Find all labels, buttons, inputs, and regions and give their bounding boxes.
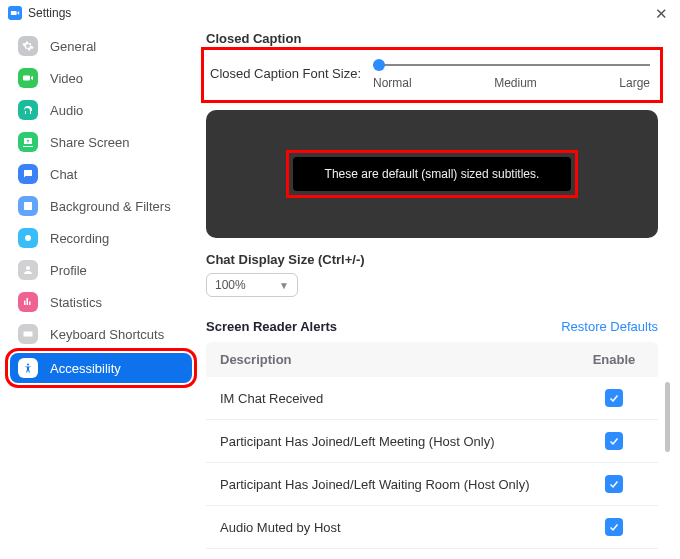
enable-checkbox[interactable]: [605, 518, 623, 536]
record-icon: [18, 228, 38, 248]
enable-checkbox[interactable]: [605, 475, 623, 493]
alert-label: Participant Has Joined/Left Waiting Room…: [220, 477, 584, 492]
sidebar-label: Background & Filters: [50, 199, 171, 214]
image-icon: [18, 196, 38, 216]
chat-size-select[interactable]: 100% ▼: [206, 273, 298, 297]
chat-display-size-section: Chat Display Size (Ctrl+/-) 100% ▼: [206, 252, 658, 297]
svg-point-0: [25, 235, 31, 241]
tick-normal: Normal: [373, 76, 412, 90]
sidebar-item-statistics[interactable]: Statistics: [10, 287, 192, 317]
caption-preview-text: These are default (small) sized subtitle…: [293, 157, 572, 191]
gear-icon: [18, 36, 38, 56]
sidebar-item-general[interactable]: General: [10, 31, 192, 61]
caption-slider-label: Closed Caption Font Size:: [210, 66, 361, 81]
svg-point-1: [26, 266, 30, 270]
sidebar-item-background[interactable]: Background & Filters: [10, 191, 192, 221]
sidebar-label: Audio: [50, 103, 83, 118]
sidebar-item-audio[interactable]: Audio: [10, 95, 192, 125]
content: Closed Caption Closed Caption Font Size:…: [196, 25, 680, 556]
video-icon: [18, 68, 38, 88]
alert-label: IM Chat Received: [220, 391, 584, 406]
accessibility-icon: [18, 358, 38, 378]
sidebar-item-profile[interactable]: Profile: [10, 255, 192, 285]
sidebar-item-share-screen[interactable]: Share Screen: [10, 127, 192, 157]
sidebar-label: Keyboard Shortcuts: [50, 327, 164, 342]
sidebar-item-chat[interactable]: Chat: [10, 159, 192, 189]
sidebar-label: Chat: [50, 167, 77, 182]
chat-size-title: Chat Display Size (Ctrl+/-): [206, 252, 658, 267]
slider-track: [373, 64, 650, 66]
enable-checkbox[interactable]: [605, 432, 623, 450]
headphones-icon: [18, 100, 38, 120]
table-row: Participant Has Joined/Left Meeting (Hos…: [206, 420, 658, 463]
sidebar-label: Recording: [50, 231, 109, 246]
window-title: Settings: [28, 6, 71, 20]
table-row: Participant Has Joined/Left Waiting Room…: [206, 463, 658, 506]
table-header: Description Enable: [206, 342, 658, 377]
sidebar-label: Profile: [50, 263, 87, 278]
sidebar-item-recording[interactable]: Recording: [10, 223, 192, 253]
sidebar-label: Share Screen: [50, 135, 130, 150]
user-icon: [18, 260, 38, 280]
alert-label: Participant Has Joined/Left Meeting (Hos…: [220, 434, 584, 449]
scrollbar-thumb[interactable]: [665, 382, 670, 452]
col-description: Description: [220, 352, 584, 367]
tick-large: Large: [619, 76, 650, 90]
chat-size-value: 100%: [215, 278, 246, 292]
sidebar-label: General: [50, 39, 96, 54]
svg-rect-2: [24, 332, 33, 337]
stats-icon: [18, 292, 38, 312]
closed-caption-title: Closed Caption: [206, 31, 658, 46]
caption-font-size-group: Closed Caption Font Size: Normal Medium …: [206, 52, 658, 98]
titlebar: Settings ✕: [0, 0, 680, 25]
close-icon[interactable]: ✕: [651, 6, 672, 21]
sidebar-item-accessibility[interactable]: Accessibility: [10, 353, 192, 383]
screen-reader-title: Screen Reader Alerts: [206, 319, 337, 334]
table-row: IM Chat Received: [206, 377, 658, 420]
chat-icon: [18, 164, 38, 184]
caption-preview: These are default (small) sized subtitle…: [206, 110, 658, 238]
sidebar-item-video[interactable]: Video: [10, 63, 192, 93]
restore-defaults-link[interactable]: Restore Defaults: [561, 319, 658, 334]
sidebar-item-shortcuts[interactable]: Keyboard Shortcuts: [10, 319, 192, 349]
sidebar: General Video Audio Share Screen Chat Ba…: [0, 25, 196, 556]
alert-label: Audio Muted by Host: [220, 520, 584, 535]
sidebar-label: Video: [50, 71, 83, 86]
slider-tick-labels: Normal Medium Large: [373, 76, 650, 90]
slider-thumb[interactable]: [373, 59, 385, 71]
sidebar-label: Accessibility: [50, 361, 121, 376]
tick-medium: Medium: [494, 76, 537, 90]
keyboard-icon: [18, 324, 38, 344]
main: General Video Audio Share Screen Chat Ba…: [0, 25, 680, 556]
chevron-down-icon: ▼: [279, 280, 289, 291]
caption-size-slider[interactable]: Normal Medium Large: [373, 56, 650, 90]
alerts-table: Description Enable IM Chat Received Part…: [206, 342, 658, 549]
svg-point-3: [27, 364, 29, 366]
col-enable: Enable: [584, 352, 644, 367]
table-row: Audio Muted by Host: [206, 506, 658, 549]
enable-checkbox[interactable]: [605, 389, 623, 407]
sidebar-label: Statistics: [50, 295, 102, 310]
share-icon: [18, 132, 38, 152]
app-icon: [8, 6, 22, 20]
